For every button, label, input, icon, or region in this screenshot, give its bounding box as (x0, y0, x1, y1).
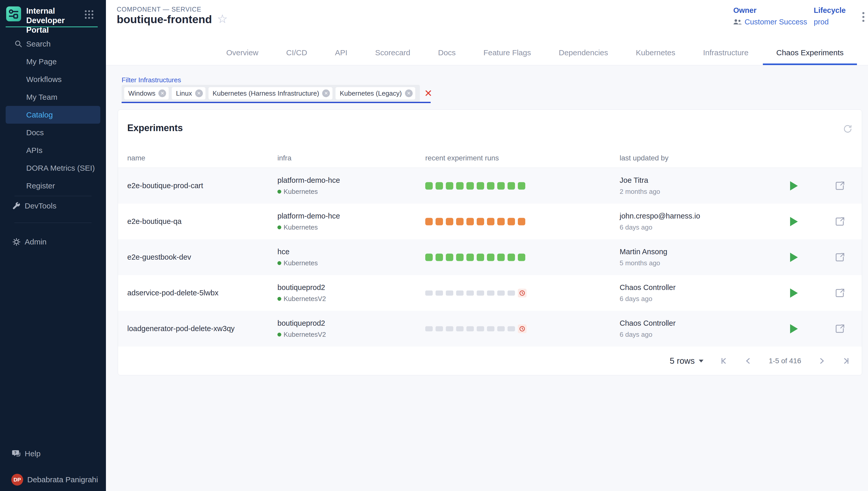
sidebar-item-workflows[interactable]: Workflows (6, 70, 100, 88)
chip-remove-icon[interactable]: ✕ (405, 89, 413, 97)
scheduled-run-indicator[interactable] (518, 289, 526, 297)
run-indicator[interactable] (497, 182, 505, 190)
sidebar-item-help[interactable]: ? Help (0, 445, 106, 462)
run-indicator[interactable] (477, 326, 484, 331)
tab-scorecard[interactable]: Scorecard (375, 40, 410, 65)
filter-infrastructures-link[interactable]: Filter Infrastructures (122, 76, 181, 84)
run-indicator[interactable] (446, 254, 453, 261)
run-indicator[interactable] (487, 254, 494, 261)
chip-remove-icon[interactable]: ✕ (322, 89, 330, 97)
run-indicator[interactable] (466, 254, 474, 261)
run-indicator[interactable] (446, 218, 453, 225)
run-indicator[interactable] (487, 290, 494, 296)
tab-kubernetes[interactable]: Kubernetes (636, 40, 675, 65)
tab-dependencies[interactable]: Dependencies (559, 40, 608, 65)
run-indicator[interactable] (518, 254, 525, 261)
run-indicator[interactable] (508, 326, 515, 331)
rows-per-page-select[interactable]: 5 rows (670, 356, 703, 366)
sidebar-item-search[interactable]: Search (6, 35, 100, 53)
owner-link[interactable]: Customer Success (745, 18, 807, 26)
first-page-icon[interactable] (719, 356, 728, 365)
run-indicator[interactable] (446, 326, 453, 331)
run-indicator[interactable] (497, 290, 505, 296)
run-indicator[interactable] (508, 254, 515, 261)
run-indicator[interactable] (508, 218, 515, 225)
previous-page-icon[interactable] (744, 356, 753, 365)
sidebar-item-docs[interactable]: Docs (6, 124, 100, 141)
run-experiment-button[interactable] (789, 252, 798, 262)
user-menu[interactable]: DP Debabrata Panigrahi (0, 472, 106, 488)
run-indicator[interactable] (466, 326, 474, 331)
sidebar-item-register[interactable]: Register (6, 177, 100, 195)
sidebar-item-devtools[interactable]: DevTools (0, 197, 106, 215)
run-indicator[interactable] (466, 218, 474, 225)
run-indicator[interactable] (425, 182, 433, 190)
open-experiment-button[interactable] (835, 216, 845, 227)
run-experiment-button[interactable] (789, 216, 798, 227)
run-indicator[interactable] (425, 290, 433, 296)
open-experiment-button[interactable] (835, 324, 845, 334)
sidebar-item-my-page[interactable]: My Page (6, 53, 100, 70)
open-experiment-button[interactable] (835, 288, 845, 298)
run-indicator[interactable] (446, 182, 453, 190)
run-indicator[interactable] (487, 182, 494, 190)
run-indicator[interactable] (508, 290, 515, 296)
sidebar-item-my-team[interactable]: My Team (6, 88, 100, 106)
open-experiment-button[interactable] (835, 181, 845, 191)
run-indicator[interactable] (446, 290, 453, 296)
chip-remove-icon[interactable]: ✕ (195, 89, 203, 97)
run-indicator[interactable] (425, 326, 433, 331)
tab-ci-cd[interactable]: CI/CD (286, 40, 307, 65)
favorite-star-icon[interactable]: ☆ (217, 12, 228, 26)
run-indicator[interactable] (518, 218, 525, 225)
tab-feature-flags[interactable]: Feature Flags (483, 40, 531, 65)
run-indicator[interactable] (487, 326, 494, 331)
refresh-icon[interactable] (842, 124, 852, 134)
run-indicator[interactable] (477, 290, 484, 296)
run-indicator[interactable] (436, 182, 443, 190)
tab-overview[interactable]: Overview (226, 40, 258, 65)
run-experiment-button[interactable] (789, 181, 798, 191)
run-indicator[interactable] (436, 290, 443, 296)
run-indicator[interactable] (436, 254, 443, 261)
next-page-icon[interactable] (817, 356, 826, 365)
run-indicator[interactable] (456, 254, 464, 261)
sidebar-item-apis[interactable]: APIs (6, 141, 100, 159)
last-page-icon[interactable] (842, 356, 850, 365)
run-indicator[interactable] (436, 326, 443, 331)
run-indicator[interactable] (497, 218, 505, 225)
sidebar-item-admin[interactable]: Admin (0, 233, 106, 251)
app-switcher-icon[interactable] (85, 10, 93, 19)
infrastructure-filter-field[interactable]: Windows✕Linux✕Kubernetes (Harness Infras… (122, 85, 420, 102)
tab-api[interactable]: API (335, 40, 347, 65)
run-indicator[interactable] (477, 182, 484, 190)
run-experiment-button[interactable] (789, 324, 798, 334)
run-indicator[interactable] (477, 254, 484, 261)
clear-filters-icon[interactable]: ✕ (424, 85, 432, 101)
run-indicator[interactable] (456, 326, 464, 331)
chip-remove-icon[interactable]: ✕ (158, 89, 166, 97)
open-experiment-button[interactable] (835, 252, 845, 262)
run-indicator[interactable] (497, 254, 505, 261)
sidebar-item-catalog[interactable]: Catalog (6, 106, 100, 124)
tab-chaos-experiments[interactable]: Chaos Experiments (776, 40, 844, 65)
run-indicator[interactable] (456, 290, 464, 296)
run-indicator[interactable] (466, 182, 474, 190)
tab-docs[interactable]: Docs (438, 40, 456, 65)
kebab-menu-icon[interactable] (858, 9, 868, 25)
run-indicator[interactable] (425, 218, 433, 225)
run-indicator[interactable] (508, 182, 515, 190)
run-experiment-button[interactable] (789, 288, 798, 298)
tab-infrastructure[interactable]: Infrastructure (703, 40, 749, 65)
run-indicator[interactable] (425, 254, 433, 261)
run-indicator[interactable] (466, 290, 474, 296)
run-indicator[interactable] (456, 182, 464, 190)
run-indicator[interactable] (487, 218, 494, 225)
run-indicator[interactable] (477, 218, 484, 225)
run-indicator[interactable] (497, 326, 505, 331)
scheduled-run-indicator[interactable] (518, 324, 526, 333)
run-indicator[interactable] (518, 182, 525, 190)
sidebar-item-dora-metrics-sei-[interactable]: DORA Metrics (SEI) (6, 159, 100, 177)
run-indicator[interactable] (456, 218, 464, 225)
run-indicator[interactable] (436, 218, 443, 225)
